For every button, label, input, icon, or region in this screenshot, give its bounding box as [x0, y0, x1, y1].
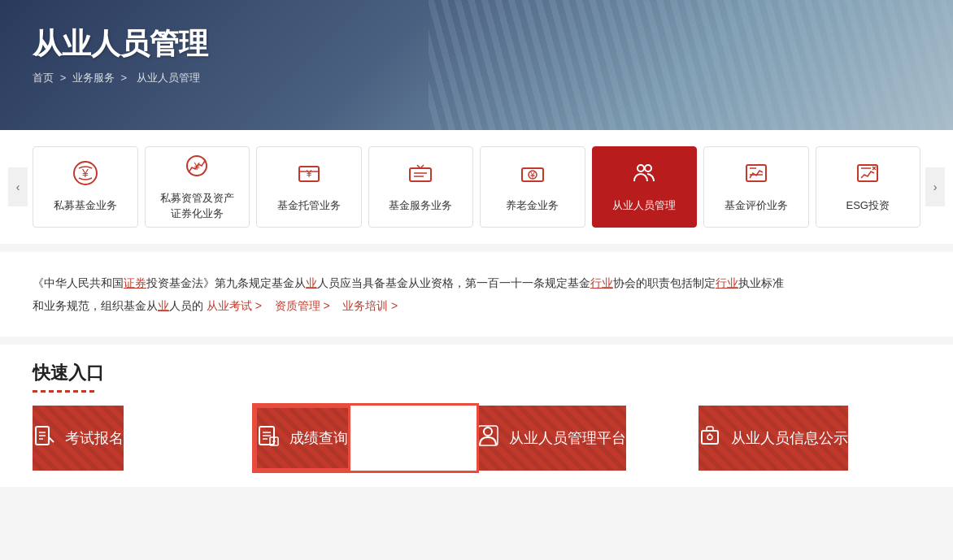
score-query-icon — [257, 424, 280, 452]
link-training[interactable]: 业务培训 > — [342, 299, 398, 312]
breadcrumb-home[interactable]: 首页 — [33, 72, 54, 84]
tab-pension-label: 养老金业务 — [506, 198, 559, 213]
nav-area: ‹ ¥ 私募基金业务 ¥ 私募资管及资产证券化业务 — [0, 130, 953, 244]
tab-fund-rating[interactable]: 基金评价业务 — [703, 146, 809, 228]
page-title: 从业人员管理 — [33, 24, 920, 64]
description-area: 《中华人民共和国证券投资基金法》第九条规定基金从业人员应当具备基金从业资格，第一… — [0, 252, 953, 336]
score-query-button[interactable]: 成绩查询 — [255, 406, 350, 471]
hero-banner: 从业人员管理 首页 > 业务服务 > 从业人员管理 — [0, 0, 953, 130]
tab-private-asset-label: 私募资管及资产证券化业务 — [160, 191, 234, 220]
svg-rect-7 — [410, 168, 431, 181]
staff-platform-button[interactable]: 从业人员管理平台 — [477, 406, 626, 471]
tab-fund-trust[interactable]: ¥ 基金托管业务 — [256, 146, 362, 228]
fund-rating-icon — [743, 160, 769, 192]
exam-reg-button[interactable]: 考试报名 — [33, 406, 124, 471]
link-qualification[interactable]: 资质管理 > — [275, 299, 330, 312]
quick-buttons-grid: 考试报名 成绩查询 — [33, 406, 920, 471]
staff-platform-icon — [477, 424, 499, 452]
staff-platform-wrapper: 从业人员管理平台 — [477, 406, 698, 471]
score-query-label: 成绩查询 — [289, 428, 348, 448]
quick-title-underline — [33, 390, 98, 393]
tab-fund-service[interactable]: 基金服务业务 — [368, 146, 474, 228]
quick-access-area: 快速入口 考试报名 — [0, 345, 953, 487]
tab-private-fund[interactable]: ¥ 私募基金业务 — [33, 146, 138, 228]
breadcrumb: 首页 > 业务服务 > 从业人员管理 — [33, 71, 920, 85]
tab-staff-mgmt[interactable]: 从业人员管理 — [592, 146, 698, 228]
staff-mgmt-icon — [631, 160, 657, 192]
staff-info-wrapper: 从业人员信息公示 — [698, 406, 920, 471]
tab-esg-label: ESG投资 — [846, 198, 890, 213]
nav-left-arrow[interactable]: ‹ — [8, 167, 28, 206]
tab-pension[interactable]: ¥ 养老金业务 — [480, 146, 585, 228]
tab-fund-trust-label: 基金托管业务 — [277, 198, 341, 213]
svg-point-33 — [484, 428, 492, 436]
staff-platform-label: 从业人员管理平台 — [509, 428, 626, 448]
breadcrumb-current: 从业人员管理 — [137, 72, 200, 84]
svg-rect-35 — [702, 431, 718, 444]
staff-info-icon — [698, 424, 721, 452]
esg-icon — [855, 160, 881, 192]
exam-reg-wrapper: 考试报名 — [33, 406, 255, 471]
svg-point-13 — [638, 165, 644, 171]
tab-private-asset[interactable]: ¥ 私募资管及资产证券化业务 — [145, 146, 250, 228]
private-asset-icon: ¥ — [184, 153, 210, 184]
fund-trust-icon: ¥ — [296, 160, 322, 192]
svg-point-14 — [645, 165, 651, 171]
pension-icon: ¥ — [520, 160, 546, 192]
score-query-wrapper: 成绩查询 — [255, 406, 477, 471]
private-fund-icon: ¥ — [72, 160, 98, 192]
svg-rect-15 — [746, 165, 766, 181]
svg-point-36 — [707, 435, 712, 440]
tab-private-fund-label: 私募基金业务 — [54, 198, 117, 213]
nav-right-arrow[interactable]: › — [925, 167, 945, 206]
staff-info-button[interactable]: 从业人员信息公示 — [698, 406, 848, 471]
description-text: 《中华人民共和国证券投资基金法》第九条规定基金从业人员应当具备基金从业资格，第一… — [33, 271, 920, 317]
svg-text:¥: ¥ — [81, 167, 89, 180]
tab-staff-mgmt-label: 从业人员管理 — [612, 198, 676, 213]
exam-reg-icon — [33, 424, 55, 452]
quick-access-title: 快速入口 — [33, 361, 920, 385]
link-exam[interactable]: 从业考试 > — [207, 299, 262, 312]
tab-fund-service-label: 基金服务业务 — [389, 198, 452, 213]
svg-text:¥: ¥ — [305, 168, 311, 180]
staff-info-label: 从业人员信息公示 — [731, 428, 848, 448]
fund-service-icon — [407, 160, 433, 192]
tab-esg[interactable]: ESG投资 — [816, 146, 921, 228]
tab-fund-rating-label: 基金评价业务 — [725, 198, 788, 213]
breadcrumb-service[interactable]: 业务服务 — [72, 72, 115, 84]
exam-reg-label: 考试报名 — [65, 428, 124, 448]
nav-tabs: ¥ 私募基金业务 ¥ 私募资管及资产证券化业务 ¥ — [33, 146, 920, 228]
